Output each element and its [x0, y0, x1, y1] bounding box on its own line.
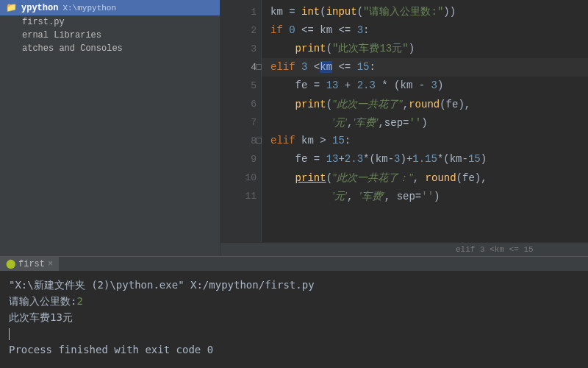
project-name: ypython: [21, 3, 58, 13]
line-gutter: 1234567891011: [220, 0, 262, 242]
code-line[interactable]: '元','车费',sep=''): [262, 113, 588, 132]
code-line[interactable]: '元', '车费', sep=''): [262, 187, 588, 205]
line-number: 10: [220, 169, 261, 187]
code-line[interactable]: km = int(input("请输入公里数:")): [262, 3, 588, 21]
line-number: 7: [220, 113, 261, 132]
line-number: 8: [220, 132, 261, 150]
code-line[interactable]: print("此次车费13元"): [262, 40, 588, 58]
console-line: [9, 325, 579, 342]
folder-icon: 📁: [6, 2, 17, 13]
code-line[interactable]: fe = 13 + 2.3 * (km - 3): [262, 77, 588, 95]
scratch-icon: [9, 43, 19, 54]
console-line: 请输入公里数:2: [9, 293, 579, 309]
tree-item[interactable]: first.py: [0, 15, 220, 29]
line-number: 9: [220, 150, 261, 169]
line-number: 6: [220, 95, 261, 113]
library-icon: [9, 30, 19, 40]
run-tab-label: first: [18, 259, 45, 269]
project-header[interactable]: 📁 ypython X:\mypython: [0, 0, 220, 15]
breadcrumb[interactable]: elif 3 <km <= 15: [220, 242, 588, 256]
run-panel: ⬤ first × "X:\新建文件夹 (2)\python.exe" X:/m…: [0, 256, 588, 368]
console-line: "X:\新建文件夹 (2)\python.exe" X:/mypython/fi…: [9, 277, 579, 293]
code-line[interactable]: print("此次一共花了：", round(fe),: [262, 169, 588, 187]
line-number: 4: [220, 58, 261, 77]
fold-icon[interactable]: [256, 64, 262, 70]
tree-item-label: ernal Libraries: [22, 30, 101, 40]
code-line[interactable]: fe = 13+2.3*(km-3)+1.15*(km-15): [262, 150, 588, 169]
code-line[interactable]: if 0 <= km <= 3:: [262, 21, 588, 40]
run-tab-bar: ⬤ first ×: [0, 257, 588, 271]
tree-item-label: first.py: [22, 17, 65, 27]
python-file-icon: [9, 17, 19, 27]
code-line[interactable]: elif 3 <km <= 15:: [262, 58, 588, 77]
line-number: 5: [220, 77, 261, 95]
console-line: 此次车费13元: [9, 309, 579, 325]
code-line[interactable]: print("此次一共花了",round(fe),: [262, 95, 588, 113]
editor-pane: 1234567891011 km = int(input("请输入公里数:"))…: [220, 0, 588, 256]
line-number: 11: [220, 187, 261, 205]
tree-item-label: atches and Consoles: [22, 43, 123, 54]
code-area[interactable]: 1234567891011 km = int(input("请输入公里数:"))…: [220, 0, 588, 242]
line-number: 2: [220, 21, 261, 40]
tree-item[interactable]: atches and Consoles: [0, 42, 220, 55]
tree-item[interactable]: ernal Libraries: [0, 29, 220, 42]
cursor: [9, 328, 10, 340]
code-line[interactable]: elif km > 15:: [262, 132, 588, 150]
code-body[interactable]: km = int(input("请输入公里数:"))if 0 <= km <= …: [262, 0, 588, 242]
line-number: 3: [220, 40, 261, 58]
run-tab[interactable]: ⬤ first ×: [0, 257, 59, 271]
fold-icon[interactable]: [256, 138, 262, 144]
console-line: Process finished with exit code 0: [9, 342, 579, 358]
line-number: 1: [220, 3, 261, 21]
project-sidebar: 📁 ypython X:\mypython first.pyernal Libr…: [0, 0, 220, 256]
project-tree: first.pyernal Librariesatches and Consol…: [0, 15, 220, 55]
python-icon: ⬤: [6, 258, 15, 269]
close-icon[interactable]: ×: [48, 259, 53, 269]
console-output[interactable]: "X:\新建文件夹 (2)\python.exe" X:/mypython/fi…: [0, 271, 588, 368]
project-path: X:\mypython: [62, 4, 116, 13]
